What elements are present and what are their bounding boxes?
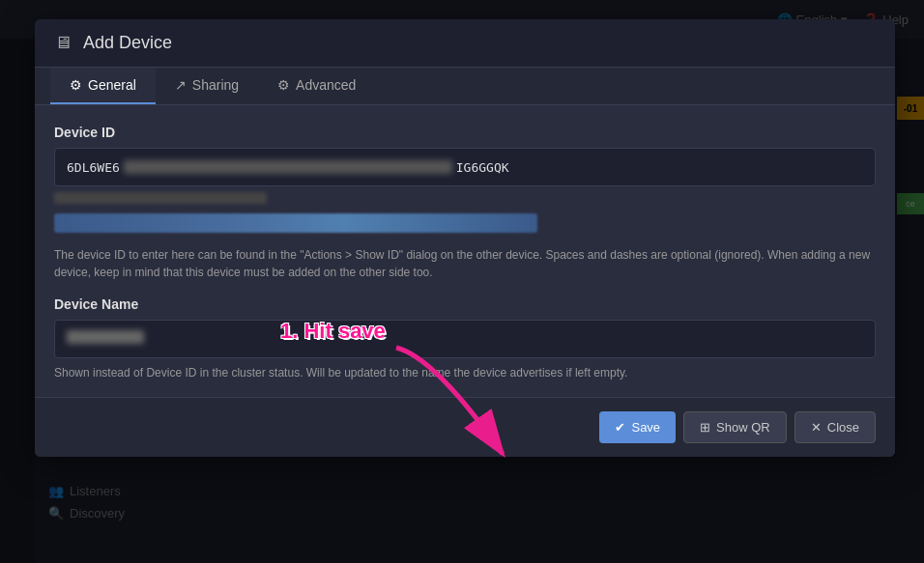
close-icon: ✕	[811, 420, 822, 435]
add-device-modal: 🖥 Add Device ⚙ General ↗ Sharing ⚙ Advan…	[35, 19, 895, 457]
monitor-icon: 🖥	[54, 33, 72, 53]
share-icon: ↗	[175, 77, 187, 93]
check-icon: ✔	[615, 420, 625, 435]
device-id-start: 6DL6WE6	[67, 160, 120, 175]
modal-footer: ✔ Save ⊞ Show QR ✕ Close	[35, 397, 895, 457]
gear-icon: ⚙	[70, 77, 82, 93]
device-name-label: Device Name	[54, 296, 876, 312]
device-id-end: IG6GGQK	[456, 160, 509, 175]
tab-bar: ⚙ General ↗ Sharing ⚙ Advanced	[35, 68, 895, 105]
modal-title: Add Device	[83, 33, 172, 53]
tab-advanced[interactable]: ⚙ Advanced	[258, 68, 375, 104]
device-id-blurred-middle	[124, 160, 452, 174]
modal-body: Device ID 6DL6WE6 IG6GGQK The device ID …	[35, 105, 895, 397]
device-id-hint: The device ID to enter here can be found…	[54, 246, 876, 281]
tab-sharing[interactable]: ↗ Sharing	[156, 68, 258, 104]
device-id-row2	[54, 192, 267, 204]
device-name-blurred	[67, 330, 144, 344]
device-name-hint: Shown instead of Device ID in the cluste…	[54, 364, 876, 381]
save-button[interactable]: ✔ Save	[599, 411, 676, 443]
device-id-label: Device ID	[54, 125, 876, 140]
show-qr-button[interactable]: ⊞ Show QR	[683, 411, 787, 443]
close-button[interactable]: ✕ Close	[794, 411, 876, 443]
qr-icon: ⊞	[700, 420, 710, 435]
device-id-field[interactable]: 6DL6WE6 IG6GGQK	[54, 148, 876, 186]
settings-icon: ⚙	[277, 77, 290, 93]
tab-general[interactable]: ⚙ General	[50, 68, 156, 104]
device-name-field[interactable]	[54, 320, 876, 358]
modal-header: 🖥 Add Device	[35, 19, 895, 68]
device-id-row3	[54, 213, 537, 233]
